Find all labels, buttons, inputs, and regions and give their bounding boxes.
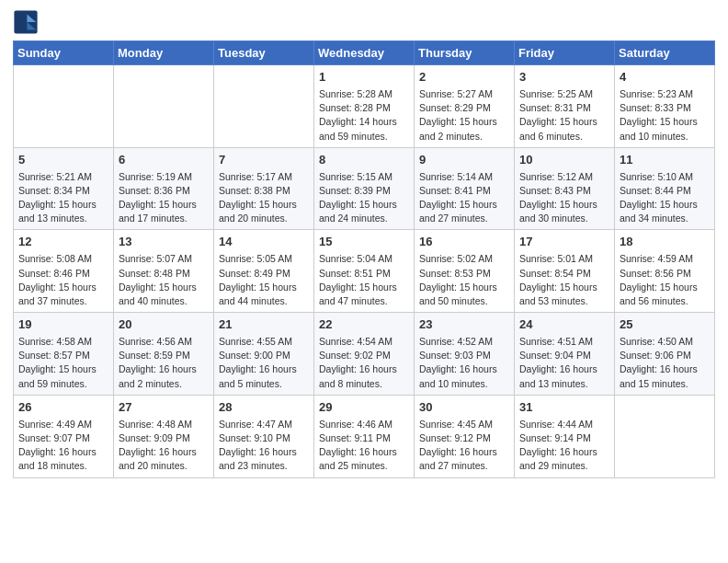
- calendar-cell: 29Sunrise: 4:46 AM Sunset: 9:11 PM Dayli…: [314, 395, 415, 477]
- calendar-cell: 13Sunrise: 5:07 AM Sunset: 8:48 PM Dayli…: [114, 230, 214, 313]
- day-number: 28: [219, 399, 309, 417]
- day-number: 29: [319, 399, 409, 417]
- day-info: Sunrise: 5:07 AM Sunset: 8:48 PM Dayligh…: [119, 252, 209, 308]
- calendar-header-thursday: Thursday: [415, 41, 515, 65]
- calendar-cell: 11Sunrise: 5:10 AM Sunset: 8:44 PM Dayli…: [615, 147, 715, 230]
- day-number: 15: [319, 234, 409, 251]
- day-number: 26: [18, 399, 108, 417]
- calendar-cell: 12Sunrise: 5:08 AM Sunset: 8:46 PM Dayli…: [14, 230, 114, 313]
- day-info: Sunrise: 5:08 AM Sunset: 8:46 PM Dayligh…: [18, 252, 108, 308]
- day-info: Sunrise: 4:44 AM Sunset: 9:14 PM Dayligh…: [519, 418, 609, 474]
- day-number: 10: [519, 152, 609, 169]
- day-number: 21: [219, 316, 309, 334]
- day-number: 13: [119, 234, 209, 251]
- calendar-cell: 26Sunrise: 4:49 AM Sunset: 9:07 PM Dayli…: [14, 395, 114, 477]
- calendar-cell: 16Sunrise: 5:02 AM Sunset: 8:53 PM Dayli…: [415, 230, 515, 313]
- day-number: 23: [419, 316, 509, 334]
- day-number: 3: [519, 69, 609, 86]
- day-number: 4: [620, 69, 710, 86]
- day-number: 12: [18, 234, 108, 251]
- day-number: 25: [620, 316, 710, 334]
- page: SundayMondayTuesdayWednesdayThursdayFrid…: [0, 0, 728, 563]
- header: [13, 9, 715, 35]
- day-info: Sunrise: 5:02 AM Sunset: 8:53 PM Dayligh…: [419, 252, 509, 308]
- calendar-header-sunday: Sunday: [14, 41, 114, 65]
- calendar-cell: 7Sunrise: 5:17 AM Sunset: 8:38 PM Daylig…: [214, 147, 314, 230]
- day-info: Sunrise: 4:46 AM Sunset: 9:11 PM Dayligh…: [319, 418, 409, 474]
- logo: [13, 9, 42, 35]
- day-number: 11: [620, 152, 710, 169]
- day-info: Sunrise: 5:23 AM Sunset: 8:33 PM Dayligh…: [620, 87, 710, 144]
- day-info: Sunrise: 5:28 AM Sunset: 8:28 PM Dayligh…: [319, 87, 409, 144]
- day-number: 5: [18, 152, 108, 169]
- day-info: Sunrise: 5:10 AM Sunset: 8:44 PM Dayligh…: [620, 170, 710, 226]
- calendar-cell: 30Sunrise: 4:45 AM Sunset: 9:12 PM Dayli…: [415, 395, 515, 477]
- day-number: 30: [419, 399, 509, 417]
- day-number: 7: [219, 152, 309, 169]
- day-info: Sunrise: 4:56 AM Sunset: 8:59 PM Dayligh…: [119, 335, 209, 391]
- calendar-cell: 4Sunrise: 5:23 AM Sunset: 8:33 PM Daylig…: [615, 65, 715, 148]
- day-info: Sunrise: 4:55 AM Sunset: 9:00 PM Dayligh…: [219, 335, 309, 391]
- day-info: Sunrise: 5:14 AM Sunset: 8:41 PM Dayligh…: [419, 170, 509, 226]
- calendar-cell: 6Sunrise: 5:19 AM Sunset: 8:36 PM Daylig…: [114, 147, 214, 230]
- day-info: Sunrise: 5:19 AM Sunset: 8:36 PM Dayligh…: [119, 170, 209, 226]
- calendar-cell: [615, 395, 715, 477]
- day-info: Sunrise: 4:49 AM Sunset: 9:07 PM Dayligh…: [18, 418, 108, 474]
- day-number: 2: [419, 69, 509, 86]
- calendar-table: SundayMondayTuesdayWednesdayThursdayFrid…: [13, 40, 715, 478]
- day-info: Sunrise: 4:50 AM Sunset: 9:06 PM Dayligh…: [620, 335, 710, 391]
- calendar-cell: 25Sunrise: 4:50 AM Sunset: 9:06 PM Dayli…: [615, 313, 715, 396]
- day-info: Sunrise: 4:59 AM Sunset: 8:56 PM Dayligh…: [620, 252, 710, 308]
- day-number: 9: [419, 152, 509, 169]
- day-number: 31: [519, 399, 609, 417]
- calendar-header-row: SundayMondayTuesdayWednesdayThursdayFrid…: [14, 41, 715, 65]
- calendar-cell: 31Sunrise: 4:44 AM Sunset: 9:14 PM Dayli…: [515, 395, 615, 477]
- day-number: 16: [419, 234, 509, 251]
- calendar-cell: 1Sunrise: 5:28 AM Sunset: 8:28 PM Daylig…: [314, 65, 415, 148]
- calendar-cell: 9Sunrise: 5:14 AM Sunset: 8:41 PM Daylig…: [415, 147, 515, 230]
- calendar-cell: 2Sunrise: 5:27 AM Sunset: 8:29 PM Daylig…: [415, 65, 515, 148]
- day-info: Sunrise: 4:47 AM Sunset: 9:10 PM Dayligh…: [219, 418, 309, 474]
- day-number: 8: [319, 152, 409, 169]
- day-info: Sunrise: 5:01 AM Sunset: 8:54 PM Dayligh…: [519, 252, 609, 308]
- calendar-cell: 17Sunrise: 5:01 AM Sunset: 8:54 PM Dayli…: [515, 230, 615, 313]
- day-number: 18: [620, 234, 710, 251]
- calendar-cell: 27Sunrise: 4:48 AM Sunset: 9:09 PM Dayli…: [114, 395, 214, 477]
- calendar-cell: 8Sunrise: 5:15 AM Sunset: 8:39 PM Daylig…: [314, 147, 415, 230]
- day-number: 6: [119, 152, 209, 169]
- calendar-cell: 18Sunrise: 4:59 AM Sunset: 8:56 PM Dayli…: [615, 230, 715, 313]
- logo-icon: [13, 9, 39, 35]
- calendar-header-monday: Monday: [114, 41, 214, 65]
- day-info: Sunrise: 5:04 AM Sunset: 8:51 PM Dayligh…: [319, 252, 409, 308]
- calendar-week-5: 26Sunrise: 4:49 AM Sunset: 9:07 PM Dayli…: [14, 395, 715, 477]
- day-info: Sunrise: 4:45 AM Sunset: 9:12 PM Dayligh…: [419, 418, 509, 474]
- calendar-cell: 19Sunrise: 4:58 AM Sunset: 8:57 PM Dayli…: [14, 313, 114, 396]
- calendar-header-saturday: Saturday: [615, 41, 715, 65]
- day-number: 27: [119, 399, 209, 417]
- calendar-week-4: 19Sunrise: 4:58 AM Sunset: 8:57 PM Dayli…: [14, 313, 715, 396]
- calendar-cell: 21Sunrise: 4:55 AM Sunset: 9:00 PM Dayli…: [214, 313, 314, 396]
- day-number: 19: [18, 316, 108, 334]
- day-number: 24: [519, 316, 609, 334]
- day-info: Sunrise: 5:27 AM Sunset: 8:29 PM Dayligh…: [419, 87, 509, 144]
- calendar-cell: 28Sunrise: 4:47 AM Sunset: 9:10 PM Dayli…: [214, 395, 314, 477]
- calendar-header-wednesday: Wednesday: [314, 41, 415, 65]
- calendar-week-3: 12Sunrise: 5:08 AM Sunset: 8:46 PM Dayli…: [14, 230, 715, 313]
- calendar-cell: 14Sunrise: 5:05 AM Sunset: 8:49 PM Dayli…: [214, 230, 314, 313]
- day-info: Sunrise: 5:25 AM Sunset: 8:31 PM Dayligh…: [519, 87, 609, 144]
- calendar-cell: 10Sunrise: 5:12 AM Sunset: 8:43 PM Dayli…: [515, 147, 615, 230]
- day-info: Sunrise: 4:51 AM Sunset: 9:04 PM Dayligh…: [519, 335, 609, 391]
- day-info: Sunrise: 5:17 AM Sunset: 8:38 PM Dayligh…: [219, 170, 309, 226]
- calendar-cell: 24Sunrise: 4:51 AM Sunset: 9:04 PM Dayli…: [515, 313, 615, 396]
- calendar-cell: 23Sunrise: 4:52 AM Sunset: 9:03 PM Dayli…: [415, 313, 515, 396]
- calendar-cell: 3Sunrise: 5:25 AM Sunset: 8:31 PM Daylig…: [515, 65, 615, 148]
- day-info: Sunrise: 5:15 AM Sunset: 8:39 PM Dayligh…: [319, 170, 409, 226]
- calendar-cell: [214, 65, 314, 148]
- day-info: Sunrise: 5:05 AM Sunset: 8:49 PM Dayligh…: [219, 252, 309, 308]
- day-number: 1: [319, 69, 409, 86]
- day-info: Sunrise: 4:48 AM Sunset: 9:09 PM Dayligh…: [119, 418, 209, 474]
- day-info: Sunrise: 5:12 AM Sunset: 8:43 PM Dayligh…: [519, 170, 609, 226]
- calendar-cell: [14, 65, 114, 148]
- calendar-cell: 5Sunrise: 5:21 AM Sunset: 8:34 PM Daylig…: [14, 147, 114, 230]
- day-info: Sunrise: 4:54 AM Sunset: 9:02 PM Dayligh…: [319, 335, 409, 391]
